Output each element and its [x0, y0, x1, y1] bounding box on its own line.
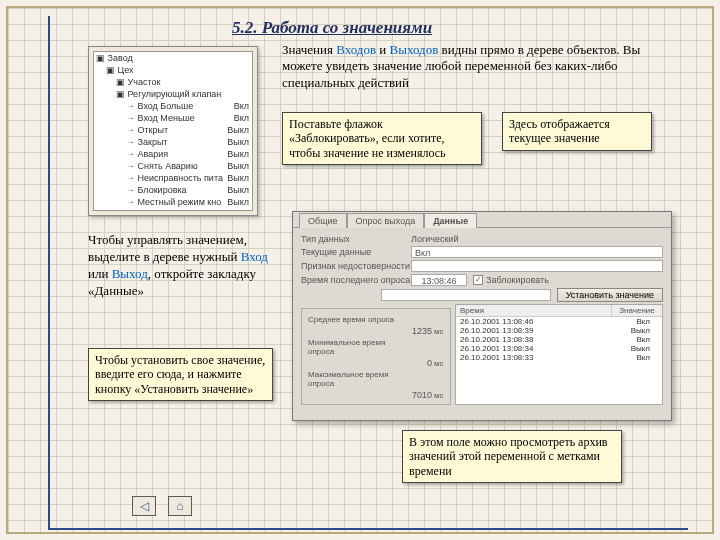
- tree-label: Завод: [108, 53, 133, 63]
- archive-row[interactable]: 26.10.2001 13:08:38Вкл: [456, 335, 662, 344]
- check-icon: ✓: [473, 275, 483, 285]
- tree-item[interactable]: → Вход МеньшеВкл: [94, 112, 252, 124]
- intro-text: Значения Входов и Выходов видны прямо в …: [282, 42, 642, 91]
- intro-part: Значения: [282, 42, 336, 57]
- archive-header-value: Значение: [612, 305, 662, 316]
- archive-row[interactable]: 26.10.2001 13:08:39Выкл: [456, 326, 662, 335]
- para-part: или: [88, 266, 112, 281]
- value-min-time: 0: [408, 358, 432, 368]
- input-set-value[interactable]: [381, 289, 551, 301]
- tree-label: Цех: [118, 65, 134, 75]
- label-last-poll-time: Время последнего опроса: [301, 275, 411, 285]
- archive-list[interactable]: ВремяЗначение 26.10.2001 13:08:46Вкл26.1…: [455, 304, 663, 405]
- intro-part: и: [376, 42, 389, 57]
- tree-label: Регулирующий клапан: [128, 89, 222, 99]
- field-last-poll-time: 13:08:46: [411, 274, 467, 286]
- checkbox-lock[interactable]: ✓Заблокировать: [473, 275, 549, 285]
- nav-prev-button[interactable]: ◁: [132, 496, 156, 516]
- instruction-text: Чтобы управлять значением, выделите в де…: [88, 232, 268, 300]
- triangle-left-icon: ◁: [140, 499, 149, 514]
- unit-ms: мс: [434, 391, 444, 400]
- home-icon: ⌂: [176, 499, 183, 514]
- label-avg-time: Среднее время опроса: [308, 315, 408, 324]
- unit-ms: мс: [434, 359, 444, 368]
- label-bad-flag: Признак недостоверности: [301, 261, 411, 271]
- tab-general[interactable]: Общие: [299, 213, 347, 228]
- intro-keyword-inputs: Входов: [336, 42, 376, 57]
- metrics-group: Среднее время опроса 1235мс Минимальное …: [301, 308, 451, 405]
- value-data-type: Логический: [411, 234, 458, 244]
- archive-row[interactable]: 26.10.2001 13:08:34Выкл: [456, 344, 662, 353]
- field-bad-flag: [411, 260, 663, 272]
- tree-node-valve[interactable]: ▣ Регулирующий клапан: [94, 88, 252, 100]
- tab-output-poll[interactable]: Опрос выхода: [347, 213, 425, 228]
- label-current-data: Текущие данные: [301, 247, 411, 257]
- tree-item[interactable]: → Неисправность питаВыкл: [94, 172, 252, 184]
- note-set-value: Чтобы установить свое значение, введите …: [88, 348, 273, 401]
- field-current-data: Вкл: [411, 246, 663, 258]
- note-lock: Поставьте флажок «Заблокировать», если х…: [282, 112, 482, 165]
- label-min-time: Минимальное время опроса: [308, 338, 408, 356]
- tree-item[interactable]: → Снять АвариюВыкл: [94, 160, 252, 172]
- note-current-value: Здесь отображается текущее значение: [502, 112, 652, 151]
- label-data-type: Тип данных: [301, 234, 411, 244]
- tree-node-factory[interactable]: ▣ Завод: [94, 52, 252, 64]
- intro-keyword-outputs: Выходов: [390, 42, 439, 57]
- tree-item[interactable]: → БлокировкаВыкл: [94, 184, 252, 196]
- tree-item[interactable]: → Вход БольшеВкл: [94, 100, 252, 112]
- object-tree-panel: ▣ Завод ▣ Цех ▣ Участок ▣ Регулирующий к…: [88, 46, 258, 216]
- para-kw-output: Выход: [112, 266, 148, 281]
- section-title: 5.2. Работа со значениями: [232, 18, 684, 38]
- note-archive: В этом поле можно просмотреть архив знач…: [402, 430, 622, 483]
- archive-header-time: Время: [456, 305, 612, 316]
- value-avg-time: 1235: [408, 326, 432, 336]
- set-value-button[interactable]: Установить значение: [557, 288, 663, 302]
- unit-ms: мс: [434, 327, 444, 336]
- archive-row[interactable]: 26.10.2001 13:08:46Вкл: [456, 317, 662, 326]
- tree-item[interactable]: → Местный режим кноВыкл: [94, 196, 252, 208]
- tree-item[interactable]: → ОткрытВыкл: [94, 124, 252, 136]
- tree-node-shop[interactable]: ▣ Цех: [94, 64, 252, 76]
- para-part: Чтобы управлять значением, выделите в де…: [88, 232, 247, 264]
- data-tab-dialog: Общие Опрос выхода Данные Тип данныхЛоги…: [292, 211, 672, 421]
- tab-data[interactable]: Данные: [424, 213, 477, 228]
- value-max-time: 7010: [408, 390, 432, 400]
- tree-item[interactable]: → АварияВыкл: [94, 148, 252, 160]
- tree-item[interactable]: → Положение50.000: [94, 208, 252, 211]
- nav-home-button[interactable]: ⌂: [168, 496, 192, 516]
- checkbox-lock-label: Заблокировать: [486, 275, 549, 285]
- tree-item[interactable]: → ЗакрытВыкл: [94, 136, 252, 148]
- tree-node-area[interactable]: ▣ Участок: [94, 76, 252, 88]
- tree-label: Участок: [128, 77, 161, 87]
- para-kw-input: Вход: [241, 249, 268, 264]
- archive-row[interactable]: 26.10.2001 13:08:33Вкл: [456, 353, 662, 362]
- label-max-time: Максимальное время опроса: [308, 370, 408, 388]
